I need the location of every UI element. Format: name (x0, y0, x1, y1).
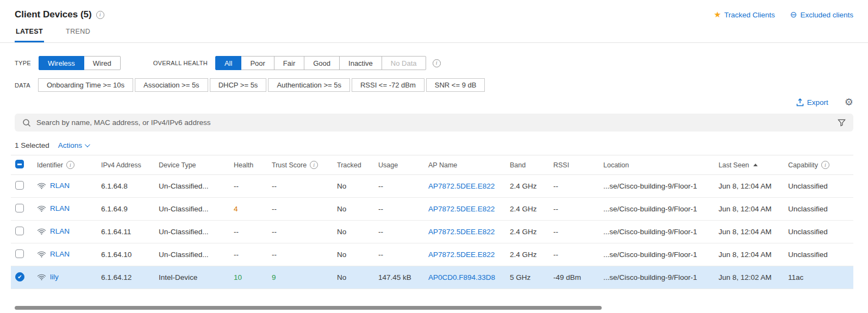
data-label: DATA (15, 82, 30, 89)
health-inactive-button[interactable]: Inactive (339, 56, 382, 70)
export-icon (796, 98, 804, 107)
client-identifier-link[interactable]: RLAN (50, 227, 70, 235)
select-all-checkbox[interactable] (15, 160, 24, 168)
trust-score-info-icon[interactable] (310, 161, 318, 169)
identifier-info-icon[interactable] (66, 161, 74, 169)
table-row[interactable]: RLAN 6.1.64.8 Un-Classified... -- -- No … (11, 175, 853, 198)
tracked-cell: No (333, 266, 374, 289)
col-band: Band (505, 155, 549, 175)
health-fair-button[interactable]: Fair (274, 56, 304, 70)
ipv4-cell: 6.1.64.9 (97, 198, 154, 221)
table-row[interactable]: RLAN 6.1.64.9 Un-Classified... 4 -- No -… (11, 198, 853, 221)
col-last-seen-sort[interactable]: Last Seen (719, 161, 758, 169)
client-identifier-link[interactable]: RLAN (50, 250, 70, 258)
selection-row: 1 Selected Actions (0, 141, 868, 149)
col-ap-name: AP Name (424, 155, 505, 175)
client-identifier-link[interactable]: RLAN (50, 181, 70, 190)
excluded-clients-link[interactable]: ⊖ Excluded clients (790, 10, 853, 20)
client-identifier-link[interactable]: lily (50, 273, 59, 281)
tracked-cell: No (333, 198, 374, 221)
device-type-cell: Un-Classified... (154, 175, 229, 198)
page-header: Client Devices (5) ★ Tracked Clients ⊖ E… (0, 0, 868, 20)
rssi-cell: -- (549, 175, 599, 198)
overall-health-label: OVERALL HEALTH (153, 60, 208, 66)
tracked-clients-link[interactable]: ★ Tracked Clients (714, 10, 775, 20)
capability-info-icon[interactable] (821, 161, 829, 169)
chip-rssi[interactable]: RSSI <= -72 dBm (352, 78, 424, 92)
ipv4-cell: 6.1.64.11 (97, 221, 154, 243)
chip-authentication[interactable]: Authentication >= 5s (268, 78, 350, 92)
health-cell: 10 (229, 266, 267, 289)
health-cell: -- (229, 243, 267, 266)
ipv4-cell: 6.1.64.10 (97, 243, 154, 266)
tab-trend[interactable]: TREND (65, 28, 91, 42)
row-checkbox[interactable] (15, 181, 24, 190)
device-type-cell: Un-Classified... (154, 198, 229, 221)
location-cell: ...se/Cisco-building-9/Floor-1 (599, 266, 714, 289)
ap-name-link[interactable]: AP7872.5DEE.E822 (428, 182, 495, 190)
health-segmented-control: All Poor Fair Good Inactive No Data (215, 56, 426, 70)
wifi-icon (37, 251, 46, 258)
rssi-cell: -- (549, 243, 599, 266)
type-wireless-button[interactable]: Wireless (39, 56, 84, 70)
health-good-button[interactable]: Good (304, 56, 340, 70)
search-bar (15, 114, 853, 132)
ap-name-link[interactable]: AP7872.5DEE.E822 (428, 251, 495, 259)
row-checkbox[interactable] (15, 249, 24, 258)
client-identifier-link[interactable]: RLAN (50, 204, 70, 212)
last-seen-cell: Jun 8, 12:04 AM (714, 198, 784, 221)
table-row-selected[interactable]: lily 6.1.64.12 Intel-Device 10 9 No 147.… (11, 266, 853, 289)
band-cell: 5 GHz (505, 266, 549, 289)
actions-label: Actions (58, 141, 82, 149)
col-rssi: RSSI (549, 155, 599, 175)
row-checkbox[interactable] (15, 227, 24, 235)
capability-cell: Unclassified (784, 175, 853, 198)
table-row[interactable]: RLAN 6.1.64.11 Un-Classified... -- -- No… (11, 221, 853, 243)
trust-score-cell: -- (267, 198, 333, 221)
device-type-cell: Intel-Device (154, 266, 229, 289)
usage-cell: -- (374, 243, 424, 266)
type-segmented-control: Wireless Wired (39, 56, 121, 70)
horizontal-scrollbar[interactable] (15, 306, 602, 310)
health-all-button[interactable]: All (215, 56, 241, 70)
tracked-cell: No (333, 221, 374, 243)
col-tracked: Tracked (333, 155, 374, 175)
band-cell: 2.4 GHz (505, 221, 549, 243)
table-row[interactable]: RLAN 6.1.64.10 Un-Classified... -- -- No… (11, 243, 853, 266)
row-checkbox[interactable] (15, 204, 24, 212)
ap-name-link[interactable]: AP7872.5DEE.E822 (428, 205, 495, 213)
actions-dropdown[interactable]: Actions (58, 141, 89, 149)
export-button[interactable]: Export (796, 98, 828, 107)
capability-cell: 11ac (784, 266, 853, 289)
last-seen-cell: Jun 8, 12:04 AM (714, 175, 784, 198)
title-info-icon[interactable] (96, 11, 104, 19)
star-icon: ★ (714, 10, 721, 20)
ap-name-link[interactable]: AP0CD0.F894.33D8 (428, 273, 495, 281)
usage-cell: 147.45 kB (374, 266, 424, 289)
last-seen-cell: Jun 8, 12:04 AM (714, 221, 784, 243)
chip-association[interactable]: Association >= 5s (135, 78, 208, 92)
wifi-icon (37, 273, 46, 280)
row-checkbox-checked[interactable] (15, 272, 24, 281)
chip-onboarding-time[interactable]: Onboarding Time >= 10s (38, 78, 133, 92)
filter-funnel-icon[interactable] (838, 118, 846, 127)
search-input[interactable] (36, 118, 832, 127)
chip-snr[interactable]: SNR <= 9 dB (426, 78, 485, 92)
col-location: Location (599, 155, 714, 175)
trust-score-cell: -- (267, 221, 333, 243)
usage-cell: -- (374, 198, 424, 221)
table-header-row: Identifier IPv4 Address Device Type Heal… (11, 155, 853, 175)
health-info-icon[interactable] (433, 59, 441, 67)
tab-latest[interactable]: LATEST (15, 28, 44, 42)
col-usage: Usage (374, 155, 424, 175)
gear-icon[interactable]: ⚙ (845, 97, 853, 107)
type-label: TYPE (15, 60, 31, 66)
wifi-icon (37, 228, 46, 235)
health-poor-button[interactable]: Poor (241, 56, 274, 70)
type-wired-button[interactable]: Wired (84, 56, 121, 70)
ap-name-link[interactable]: AP7872.5DEE.E822 (428, 228, 495, 236)
location-cell: ...se/Cisco-building-9/Floor-1 (599, 221, 714, 243)
col-device-type: Device Type (154, 155, 229, 175)
tracked-cell: No (333, 175, 374, 198)
chip-dhcp[interactable]: DHCP >= 5s (210, 78, 267, 92)
